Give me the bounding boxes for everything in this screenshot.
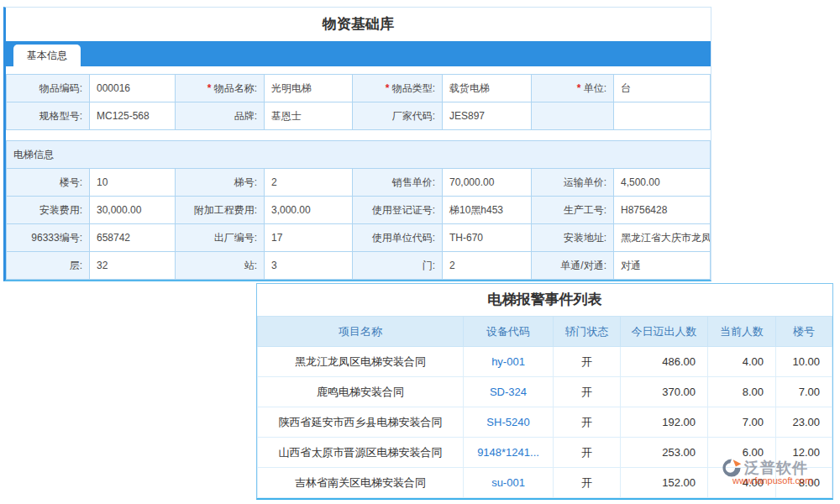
production-no-field[interactable]: H8756428 — [614, 197, 711, 224]
use-unit-code-label: 使用单位代码: — [353, 224, 443, 252]
registration-no-field[interactable]: 梯10黑h453 — [443, 197, 532, 224]
device-code-link[interactable]: su-001 — [464, 468, 554, 498]
use-unit-code-field[interactable]: TH-670 — [443, 224, 532, 252]
transport-price-field[interactable]: 4,500.00 — [614, 169, 711, 197]
page-title: 物资基础库 — [6, 8, 711, 41]
form-row: 楼号: 10 梯号: 2 销售单价: 70,000.00 运输单价: 4,500… — [7, 169, 711, 197]
install-fee-field[interactable]: 30,000.00 — [90, 197, 176, 224]
col-device-code: 设备代码 — [464, 317, 554, 347]
col-today-out-count: 今日迈出人数 — [621, 317, 708, 347]
spacer — [6, 130, 711, 140]
production-no-label: 生产工号: — [532, 197, 614, 224]
stations-field[interactable]: 3 — [265, 252, 353, 280]
current-count-cell: 8.00 — [708, 377, 776, 407]
brand-label: 品牌: — [176, 102, 265, 130]
floors-label: 层: — [7, 252, 90, 280]
registration-no-label: 使用登记证号: — [353, 197, 443, 224]
floors-field[interactable]: 32 — [90, 252, 176, 280]
spec-model-field[interactable]: MC125-568 — [90, 102, 176, 130]
col-current-count: 当前人数 — [708, 317, 776, 347]
today-out-cell: 152.00 — [621, 468, 708, 498]
door-status-cell: 开 — [554, 438, 621, 468]
form-row: 96333编号: 658742 出厂编号: 17 使用单位代码: TH-670 … — [7, 224, 711, 252]
section-header-row: 电梯信息 — [7, 141, 711, 169]
empty-label — [532, 102, 614, 130]
col-door-status: 轿门状态 — [554, 317, 621, 347]
unit-field[interactable]: 台 — [614, 75, 711, 102]
item-code-label: 物品编码: — [7, 75, 90, 102]
project-name-cell: 陕西省延安市西乡县电梯安装合同 — [258, 407, 464, 438]
device-code-link[interactable]: hy-001 — [464, 347, 554, 377]
current-count-cell: 4.00 — [708, 347, 776, 377]
today-out-cell: 370.00 — [621, 377, 708, 407]
watermark-brand-text: 泛普软件 — [744, 460, 808, 475]
spec-model-label: 规格型号: — [7, 102, 90, 130]
form-row: 层: 32 站: 3 门: 2 单通/对通: 对通 — [7, 252, 711, 280]
tab-bar: 基本信息 — [6, 41, 711, 66]
install-address-label: 安装地址: — [532, 224, 614, 252]
doors-field[interactable]: 2 — [443, 252, 532, 280]
building-no-cell: 7.00 — [776, 377, 832, 407]
form-row: 规格型号: MC125-568 品牌: 基恩士 厂家代码: JES897 — [7, 102, 711, 130]
item-type-field[interactable]: 载货电梯 — [443, 75, 532, 102]
elevator-section-title: 电梯信息 — [7, 141, 711, 169]
project-name-cell: 山西省太原市晋源区电梯安装合同 — [258, 438, 464, 468]
manufacturer-code-field[interactable]: JES897 — [443, 102, 532, 130]
install-address-field[interactable]: 黑龙江省大庆市龙凤 — [614, 224, 711, 252]
device-code-link[interactable]: SH-5240 — [464, 407, 554, 438]
item-code-field[interactable]: 000016 — [90, 75, 176, 102]
through-type-label: 单通/对通: — [532, 252, 614, 280]
spacer — [6, 66, 711, 74]
item-name-field[interactable]: 光明电梯 — [265, 75, 353, 102]
building-no-field[interactable]: 10 — [90, 169, 176, 197]
sale-price-label: 销售单价: — [353, 169, 443, 197]
door-status-cell: 开 — [554, 468, 621, 498]
table-row: 陕西省延安市西乡县电梯安装合同 SH-5240 开 192.00 7.00 23… — [258, 407, 832, 438]
door-status-cell: 开 — [554, 377, 621, 407]
doors-label: 门: — [353, 252, 443, 280]
form-row: 物品编码: 000016 物品名称: 光明电梯 物品类型: 载货电梯 单位: 台 — [7, 75, 711, 102]
col-building-no: 楼号 — [776, 317, 832, 347]
empty-field — [614, 102, 711, 130]
elevator-no-field[interactable]: 2 — [265, 169, 353, 197]
stations-label: 站: — [176, 252, 265, 280]
table-row: 黑龙江龙凤区电梯安装合同 hy-001 开 486.00 4.00 10.00 — [258, 347, 832, 377]
item-name-label: 物品名称: — [176, 75, 265, 102]
brand-field[interactable]: 基恩士 — [265, 102, 353, 130]
item-type-label: 物品类型: — [353, 75, 443, 102]
elevator-no-label: 梯号: — [176, 169, 265, 197]
factory-no-label: 出厂编号: — [176, 224, 265, 252]
sale-price-field[interactable]: 70,000.00 — [443, 169, 532, 197]
building-no-label: 楼号: — [7, 169, 90, 197]
transport-price-label: 运输单价: — [532, 169, 614, 197]
project-name-cell: 鹿鸣电梯安装合同 — [258, 377, 464, 407]
code-96333-label: 96333编号: — [7, 224, 90, 252]
tab-basic-info[interactable]: 基本信息 — [13, 45, 81, 66]
today-out-cell: 253.00 — [621, 438, 708, 468]
unit-label: 单位: — [532, 75, 614, 102]
extra-project-fee-label: 附加工程费用: — [176, 197, 265, 224]
alarm-table-title: 电梯报警事件列表 — [257, 284, 832, 316]
table-header-row: 项目名称 设备代码 轿门状态 今日迈出人数 当前人数 楼号 — [258, 317, 832, 347]
current-count-cell: 7.00 — [708, 407, 776, 438]
building-no-cell: 10.00 — [776, 347, 832, 377]
watermark-url-text: www.fanpusoft.com — [732, 476, 838, 486]
door-status-cell: 开 — [554, 407, 621, 438]
code-96333-field[interactable]: 658742 — [90, 224, 176, 252]
project-name-cell: 吉林省南关区电梯安装合同 — [258, 468, 464, 498]
device-code-link[interactable]: 9148*1241... — [464, 438, 554, 468]
device-code-link[interactable]: SD-324 — [464, 377, 554, 407]
elevator-info-grid: 电梯信息 楼号: 10 梯号: 2 销售单价: 70,000.00 运输单价: … — [6, 140, 711, 280]
project-name-cell: 黑龙江龙凤区电梯安装合同 — [258, 347, 464, 377]
today-out-cell: 192.00 — [621, 407, 708, 438]
install-fee-label: 安装费用: — [7, 197, 90, 224]
through-type-field[interactable]: 对通 — [614, 252, 711, 280]
table-row: 鹿鸣电梯安装合同 SD-324 开 370.00 8.00 7.00 — [258, 377, 832, 407]
form-row: 安装费用: 30,000.00 附加工程费用: 3,000.00 使用登记证号:… — [7, 197, 711, 224]
factory-no-field[interactable]: 17 — [265, 224, 353, 252]
building-no-cell: 23.00 — [776, 407, 832, 438]
extra-project-fee-field[interactable]: 3,000.00 — [265, 197, 353, 224]
manufacturer-code-label: 厂家代码: — [353, 102, 443, 130]
material-base-panel: 物资基础库 基本信息 物品编码: 000016 物品名称: 光明电梯 物品类型:… — [3, 7, 711, 281]
vendor-watermark: 泛普软件 www.fanpusoft.com — [721, 457, 838, 486]
